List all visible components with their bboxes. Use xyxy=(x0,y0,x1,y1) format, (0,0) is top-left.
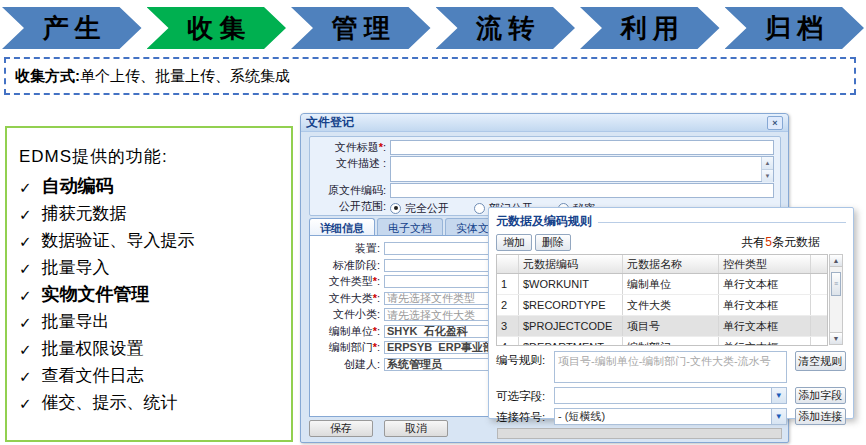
radio-icon[interactable] xyxy=(474,203,485,214)
metadata-table-body: 1 $WORKUNIT 编制单位 单行文本框 2 $RECORDTYPE 文件大… xyxy=(497,274,827,345)
metadata-count: 共有5条元数据 xyxy=(741,234,846,251)
orig-code-label: 原文件编码: xyxy=(316,183,390,198)
scrollbar-thumb[interactable]: ≡ xyxy=(831,272,841,296)
collect-method-text: 单个上传、批量上传、系统集成 xyxy=(80,67,290,86)
collect-method-box: 收集方式: 单个上传、批量上传、系统集成 xyxy=(4,57,856,95)
table-row[interactable]: 3 $PROJECTCODE 项目号 单行文本框 xyxy=(497,316,827,337)
device-label: 装置: xyxy=(310,241,384,256)
features-title: EDMS提供的功能: xyxy=(19,145,283,168)
feature-item: ✓批量权限设置 xyxy=(19,335,283,362)
cancel-button[interactable]: 取消 xyxy=(384,420,448,437)
connector-select[interactable]: - (短横线) ▼ xyxy=(554,408,787,425)
compile-unit-label: 编制单位*: xyxy=(310,324,384,339)
chevron-down-icon[interactable]: ▼ xyxy=(771,409,786,424)
save-button[interactable]: 保存 xyxy=(309,420,373,437)
dialog-top-panel: 文件标题*: 文件描述 : ▲ ▼ 原文件编码: 公开范围: 完全公开 部门公开… xyxy=(309,136,781,216)
metadata-toolbar: 增加 删除 共有5条元数据 xyxy=(496,234,846,251)
feature-item: ✓批量导出 xyxy=(19,308,283,335)
creator-label: 创建人: xyxy=(310,357,384,372)
file-category-label: 文件大类*: xyxy=(310,291,384,306)
flow-stage-use: 利用 xyxy=(580,7,720,49)
scroll-up-icon[interactable]: ▲ xyxy=(830,255,842,267)
scope-label: 公开范围: xyxy=(316,199,390,214)
numbering-rule-label: 编号规则: xyxy=(496,351,554,368)
flow-stage-transfer: 流转 xyxy=(436,7,576,49)
col-metadata-code: 元数据编码 xyxy=(519,255,623,273)
file-desc-label: 文件描述 : xyxy=(316,156,390,171)
optional-field-select[interactable]: ▼ xyxy=(554,387,787,404)
feature-item: ✓捕获元数据 xyxy=(19,200,283,227)
radio-public-full[interactable]: 完全公开 xyxy=(390,201,449,216)
check-icon: ✓ xyxy=(19,282,32,309)
clear-rule-button[interactable]: 清空规则 xyxy=(795,351,846,371)
panel-title-rule xyxy=(598,222,846,223)
standard-phase-label: 标准阶段: xyxy=(310,258,384,273)
feature-item: ✓自动编码 xyxy=(19,173,283,200)
close-icon[interactable]: × xyxy=(767,116,783,130)
add-field-button[interactable]: 添加字段 xyxy=(795,387,846,404)
connector-label: 连接符号: xyxy=(496,408,554,425)
flow-stage-produce: 产生 xyxy=(2,7,142,49)
feature-item: ✓查看文件日志 xyxy=(19,362,283,389)
file-desc-textarea[interactable]: ▲ ▼ xyxy=(390,156,774,182)
file-type-label: 文件类型*: xyxy=(310,274,384,289)
chevron-down-icon[interactable]: ▼ xyxy=(771,388,786,403)
feature-item: ✓催交、提示、统计 xyxy=(19,389,283,416)
dialog-title: 文件登记 xyxy=(306,114,354,131)
feature-item: ✓实物文件管理 xyxy=(19,281,283,308)
horizontal-scrollbar[interactable] xyxy=(497,428,782,439)
delete-metadata-button[interactable]: 删除 xyxy=(535,234,571,251)
feature-item: ✓数据验证、导入提示 xyxy=(19,227,283,254)
add-connector-button[interactable]: 添加连接 xyxy=(795,408,846,425)
radio-icon[interactable] xyxy=(390,203,401,214)
arrow-up-icon[interactable]: ▲ xyxy=(762,157,773,170)
col-metadata-name: 元数据名称 xyxy=(623,255,719,273)
check-icon: ✓ xyxy=(19,201,32,228)
file-title-label: 文件标题*: xyxy=(316,140,390,155)
table-row[interactable]: 2 $RECORDTYPE 文件大类 单行文本框 xyxy=(497,295,827,316)
check-icon: ✓ xyxy=(19,336,32,363)
table-row[interactable]: 1 $WORKUNIT 编制单位 单行文本框 xyxy=(497,274,827,295)
flow-stage-manage: 管理 xyxy=(291,7,431,49)
feature-item: ✓批量导入 xyxy=(19,254,283,281)
metadata-table: 元数据编码 元数据名称 控件类型 1 $WORKUNIT 编制单位 单行文本框 … xyxy=(496,254,828,346)
flow-stage-archive: 归档 xyxy=(725,7,865,49)
check-icon: ✓ xyxy=(19,228,32,255)
process-flow: 产生 收集 管理 流转 利用 归档 xyxy=(2,7,864,49)
check-icon: ✓ xyxy=(19,390,32,417)
check-icon: ✓ xyxy=(19,255,32,282)
check-icon: ✓ xyxy=(19,363,32,390)
metadata-coding-rule-panel: 元数据及编码规则 增加 删除 共有5条元数据 元数据编码 元数据名称 控件类型 … xyxy=(488,207,854,419)
table-row[interactable]: 4 $DEPARTMENT 编制部门 单行文本框 xyxy=(497,337,827,345)
optional-field-label: 可选字段: xyxy=(496,387,554,404)
textarea-spinner[interactable]: ▲ ▼ xyxy=(761,157,773,181)
features-box: EDMS提供的功能: ✓自动编码 ✓捕获元数据 ✓数据验证、导入提示 ✓批量导入… xyxy=(5,126,293,442)
flow-stage-collect: 收集 xyxy=(147,7,287,49)
dialog-buttons: 保存 取消 xyxy=(309,420,448,437)
numbering-rule-input[interactable] xyxy=(554,351,787,383)
check-icon: ✓ xyxy=(19,174,32,201)
col-control-type: 控件类型 xyxy=(719,255,811,273)
collect-method-label: 收集方式: xyxy=(15,67,80,86)
file-title-input[interactable] xyxy=(390,140,774,155)
orig-code-input[interactable] xyxy=(390,183,774,198)
vertical-scrollbar[interactable]: ▲ ≡ ▼ xyxy=(829,254,843,345)
file-subcategory-label: 文件小类: xyxy=(310,307,384,322)
metadata-table-header: 元数据编码 元数据名称 控件类型 xyxy=(497,255,827,274)
add-metadata-button[interactable]: 增加 xyxy=(496,234,532,251)
dialog-titlebar[interactable]: 文件登记 × xyxy=(301,114,788,132)
arrow-down-icon[interactable]: ▼ xyxy=(762,170,773,182)
panel-title: 元数据及编码规则 xyxy=(496,213,592,230)
scroll-down-icon[interactable]: ▼ xyxy=(830,332,842,344)
check-icon: ✓ xyxy=(19,309,32,336)
compile-dept-label: 编制部门*: xyxy=(310,340,384,355)
